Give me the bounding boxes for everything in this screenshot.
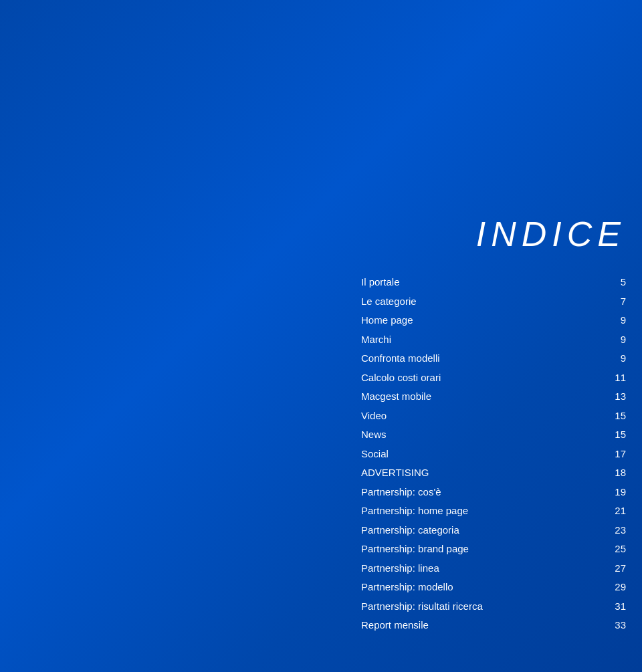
toc-item-label: Social [361, 445, 592, 464]
toc-row: Calcolo costi orari11 [361, 368, 626, 388]
toc-item-label: Partnership: linea [361, 559, 592, 578]
toc-item-label: Il portale [361, 273, 592, 292]
toc-item-page: 17 [592, 445, 626, 464]
toc-item-label: Macgest mobile [361, 387, 592, 407]
toc-item-page: 13 [592, 387, 626, 407]
toc-row: Social17 [361, 445, 626, 464]
toc-item-page: 33 [592, 616, 626, 635]
toc-item-label: Partnership: categoria [361, 521, 592, 540]
toc-row: Partnership: brand page25 [361, 540, 626, 559]
toc-row: Marchi9 [361, 330, 626, 350]
toc-item-page: 7 [592, 292, 626, 312]
toc-row: Report mensile33 [361, 616, 626, 635]
toc-item-label: Partnership: home page [361, 501, 592, 521]
toc-item-page: 23 [592, 521, 626, 540]
toc-item-page: 9 [592, 311, 626, 330]
toc-item-label: Calcolo costi orari [361, 368, 592, 388]
toc-item-page: 25 [592, 540, 626, 559]
toc-item-page: 27 [592, 559, 626, 578]
toc-item-page: 15 [592, 425, 626, 445]
toc-row: Partnership: linea27 [361, 559, 626, 578]
content-area: INDICE Il portale5Le categorie7Home page… [361, 214, 642, 635]
page-title: INDICE [361, 214, 626, 254]
toc-item-page: 9 [592, 330, 626, 350]
toc-item-label: Partnership: risultati ricerca [361, 597, 592, 617]
toc-item-label: Home page [361, 311, 592, 330]
toc-item-label: Marchi [361, 330, 592, 350]
toc-row: Le categorie7 [361, 292, 626, 312]
toc-item-page: 5 [592, 273, 626, 292]
page-container: INDICE Il portale5Le categorie7Home page… [0, 0, 642, 672]
toc-item-label: Partnership: brand page [361, 540, 592, 559]
toc-item-label: Video [361, 407, 592, 426]
toc-row: News15 [361, 425, 626, 445]
toc-row: Partnership: risultati ricerca31 [361, 597, 626, 617]
toc-item-label: News [361, 425, 592, 445]
toc-item-page: 9 [592, 349, 626, 368]
toc-item-label: Partnership: modello [361, 578, 592, 597]
toc-item-page: 21 [592, 501, 626, 521]
toc-item-page: 29 [592, 578, 626, 597]
toc-row: Confronta modelli9 [361, 349, 626, 368]
toc-item-page: 31 [592, 597, 626, 617]
toc-row: Partnership: categoria23 [361, 521, 626, 540]
toc-item-page: 19 [592, 483, 626, 502]
toc-table: Il portale5Le categorie7Home page9Marchi… [361, 273, 626, 635]
toc-row: Partnership: modello29 [361, 578, 626, 597]
toc-row: Partnership: home page21 [361, 501, 626, 521]
toc-item-label: Partnership: cos'è [361, 483, 592, 502]
toc-item-label: Le categorie [361, 292, 592, 312]
toc-item-label: Report mensile [361, 616, 592, 635]
toc-item-label: ADVERTISING [361, 463, 592, 483]
toc-row: ADVERTISING18 [361, 463, 626, 483]
toc-row: Macgest mobile13 [361, 387, 626, 407]
toc-item-page: 15 [592, 407, 626, 426]
toc-row: Partnership: cos'è19 [361, 483, 626, 502]
toc-row: Video15 [361, 407, 626, 426]
toc-item-page: 18 [592, 463, 626, 483]
toc-row: Home page9 [361, 311, 626, 330]
toc-item-page: 11 [592, 368, 626, 388]
toc-row: Il portale5 [361, 273, 626, 292]
toc-item-label: Confronta modelli [361, 349, 592, 368]
